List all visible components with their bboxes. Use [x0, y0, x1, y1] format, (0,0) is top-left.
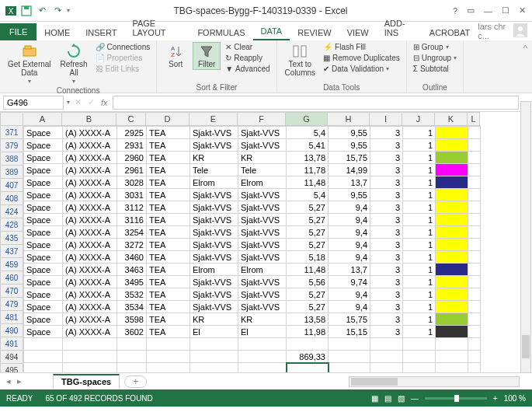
cell[interactable]: 15,15	[329, 326, 370, 338]
cell[interactable]: 5,27	[287, 214, 329, 226]
maximize-icon[interactable]: ☐	[502, 5, 509, 16]
cell[interactable]: 3112	[117, 201, 147, 214]
cell[interactable]	[329, 338, 370, 351]
cell[interactable]: 1	[403, 214, 436, 226]
cell[interactable]: 1	[403, 301, 436, 313]
cell[interactable]: TEA	[147, 139, 190, 152]
tab-file[interactable]: FILE	[0, 23, 37, 40]
cell[interactable]	[436, 264, 468, 276]
ribbon-options-icon[interactable]: ▭	[467, 5, 475, 16]
cell[interactable]: TEA	[147, 214, 190, 226]
cell[interactable]: Space	[24, 189, 63, 201]
cell[interactable]: Space	[24, 276, 63, 288]
cell[interactable]: 11,78	[287, 164, 329, 176]
cell[interactable]: 1	[403, 326, 436, 338]
cell[interactable]: 9,4	[329, 301, 370, 313]
cell[interactable]	[370, 351, 403, 363]
cell[interactable]: 3	[370, 326, 403, 338]
cell[interactable]	[190, 363, 238, 373]
cell[interactable]	[468, 152, 481, 164]
cell[interactable]: 2960	[117, 152, 147, 164]
fx-icon[interactable]: fx	[101, 98, 108, 107]
cell[interactable]: Sjakt-VVS	[190, 201, 238, 214]
cell[interactable]: El	[190, 326, 238, 338]
cell[interactable]: 13,7	[329, 176, 370, 189]
cell[interactable]: Sjakt-VVS	[190, 139, 238, 152]
tab-acrobat[interactable]: ACROBAT	[422, 25, 478, 40]
cell[interactable]: TEA	[147, 152, 190, 164]
cell[interactable]: (A) XXXX-A	[63, 264, 117, 276]
cell[interactable]: 1	[403, 264, 436, 276]
cell[interactable]: (A) XXXX-A	[63, 288, 117, 301]
cell[interactable]: Space	[24, 164, 63, 176]
ungroup-button[interactable]: ⊟Ungroup ▾	[412, 53, 458, 63]
redo-icon[interactable]: ↷	[51, 5, 64, 17]
cell[interactable]: Sjakt-VVS	[190, 251, 238, 264]
cell[interactable]: (A) XXXX-A	[63, 239, 117, 251]
cell[interactable]	[287, 363, 329, 373]
row-header[interactable]: 388	[0, 152, 23, 166]
filter-button[interactable]: Filter	[193, 42, 221, 70]
select-all-corner[interactable]	[0, 112, 23, 126]
cell[interactable]	[190, 351, 238, 363]
cell[interactable]: 3532	[117, 288, 147, 301]
cell[interactable]: Space	[24, 226, 63, 239]
tab-formulas[interactable]: FORMULAS	[190, 25, 252, 40]
cell[interactable]: TEA	[147, 239, 190, 251]
cell[interactable]: 3	[370, 276, 403, 288]
col-header-B[interactable]: B	[62, 112, 116, 126]
cell[interactable]: 5,56	[287, 276, 329, 288]
cell[interactable]: (A) XXXX-A	[63, 201, 117, 214]
cell[interactable]	[436, 251, 468, 264]
cell[interactable]: 5,27	[287, 226, 329, 239]
cell[interactable]: 3	[370, 264, 403, 276]
cell[interactable]: 9,55	[329, 189, 370, 201]
cell[interactable]	[329, 363, 370, 373]
get-external-data-button[interactable]: Get External Data▾	[5, 42, 54, 86]
col-header-J[interactable]: J	[402, 112, 435, 126]
flash-fill-button[interactable]: ⚡Flash Fill	[322, 42, 402, 52]
tab-home[interactable]: HOME	[37, 25, 78, 40]
cell[interactable]: 1	[403, 226, 436, 239]
cell[interactable]: TEA	[147, 276, 190, 288]
cell[interactable]: 11,48	[287, 264, 329, 276]
cell[interactable]: Sjakt-VVS	[190, 301, 238, 313]
cell[interactable]: TEA	[147, 127, 190, 139]
cell[interactable]	[370, 338, 403, 351]
cell[interactable]: 3116	[117, 214, 147, 226]
cell[interactable]: Space	[24, 239, 63, 251]
text-to-columns-button[interactable]: Text to Columns	[282, 42, 318, 79]
cell[interactable]: TEA	[147, 226, 190, 239]
view-layout-icon[interactable]: ▤	[384, 394, 391, 403]
row-header[interactable]: 491	[0, 337, 23, 351]
cell[interactable]: 9,4	[329, 214, 370, 226]
help-icon[interactable]: ?	[453, 6, 457, 16]
cell[interactable]	[63, 351, 117, 363]
account-area[interactable]: lars chr c...	[478, 22, 532, 40]
cell[interactable]: Space	[24, 313, 63, 326]
cell[interactable]: Space	[24, 139, 63, 152]
cell[interactable]: 11,48	[287, 176, 329, 189]
cell[interactable]: TEA	[147, 313, 190, 326]
cell[interactable]: Sjakt-VVS	[190, 276, 238, 288]
cell[interactable]: Space	[24, 251, 63, 264]
col-header-K[interactable]: K	[435, 112, 468, 126]
reapply-button[interactable]: ↻Reapply	[224, 53, 271, 63]
cell[interactable]: (A) XXXX-A	[63, 214, 117, 226]
cell[interactable]: Sjakt-VVS	[238, 201, 287, 214]
cell[interactable]: Sjakt-VVS	[238, 226, 287, 239]
cell[interactable]: (A) XXXX-A	[63, 301, 117, 313]
row-header[interactable]: 435	[0, 232, 23, 245]
cell[interactable]: 5,27	[287, 288, 329, 301]
vertical-scrollbar[interactable]	[520, 101, 531, 373]
sheet-nav-next-icon[interactable]: ▸	[17, 376, 22, 386]
cell[interactable]: Sjakt-VVS	[238, 239, 287, 251]
row-header[interactable]: 424	[0, 205, 23, 218]
data-validation-button[interactable]: ✔Data Validation ▾	[322, 64, 402, 74]
sheet-nav-prev-icon[interactable]: ◂	[0, 376, 17, 386]
cell[interactable]: 3	[370, 127, 403, 139]
cell[interactable]: 3	[370, 239, 403, 251]
cell[interactable]: 3	[370, 152, 403, 164]
row-header[interactable]: 389	[0, 166, 23, 179]
cell[interactable]	[468, 338, 481, 351]
